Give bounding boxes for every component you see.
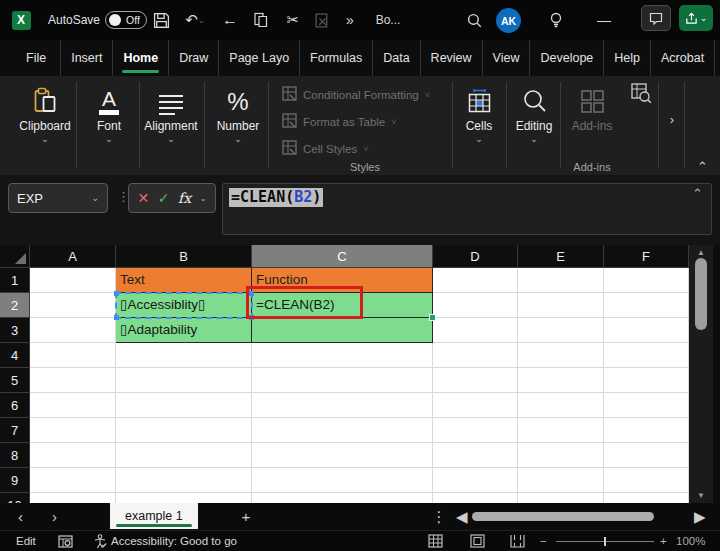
select-all-corner[interactable] bbox=[0, 245, 30, 268]
cell-F1[interactable] bbox=[604, 268, 689, 293]
cell-C8[interactable] bbox=[252, 443, 433, 468]
cell-E8[interactable] bbox=[518, 443, 604, 468]
cell-C9[interactable] bbox=[252, 468, 433, 493]
zoom-in-icon[interactable]: + bbox=[660, 531, 667, 551]
tab-insert[interactable]: Insert bbox=[61, 40, 113, 76]
cell-A5[interactable] bbox=[30, 368, 116, 393]
cell-C4[interactable] bbox=[252, 343, 433, 368]
cell-A2[interactable] bbox=[30, 293, 116, 318]
row-header-2[interactable]: 2 bbox=[0, 293, 30, 318]
collapse-formula-bar-icon[interactable]: ⌃ bbox=[692, 186, 703, 201]
group-clipboard[interactable]: Clipboard⌄ bbox=[15, 83, 75, 143]
column-header-C[interactable]: C bbox=[252, 245, 433, 268]
column-header-A[interactable]: A bbox=[30, 245, 116, 268]
tab-develope[interactable]: Develope bbox=[530, 40, 604, 76]
tab-page-layo[interactable]: Page Layo bbox=[219, 40, 300, 76]
cell-C1[interactable]: Function bbox=[252, 268, 433, 293]
row-header-4[interactable]: 4 bbox=[0, 343, 30, 368]
cell-C10[interactable] bbox=[252, 493, 433, 503]
cell-B6[interactable] bbox=[116, 393, 252, 418]
cell-D6[interactable] bbox=[433, 393, 518, 418]
cell-D9[interactable] bbox=[433, 468, 518, 493]
cell-F5[interactable] bbox=[604, 368, 689, 393]
row-header-3[interactable]: 3 bbox=[0, 318, 30, 343]
macro-record-icon[interactable] bbox=[58, 531, 73, 551]
cell-A3[interactable] bbox=[30, 318, 116, 343]
row-header-5[interactable]: 5 bbox=[0, 368, 30, 393]
hscroll-right-icon[interactable]: ▶ bbox=[694, 503, 706, 530]
group-font[interactable]: AFont⌄ bbox=[79, 83, 139, 143]
cell-F7[interactable] bbox=[604, 418, 689, 443]
confirm-entry-icon[interactable]: ✓ bbox=[158, 190, 170, 206]
cell-D7[interactable] bbox=[433, 418, 518, 443]
cell-A4[interactable] bbox=[30, 343, 116, 368]
row-header-8[interactable]: 8 bbox=[0, 443, 30, 468]
cell-B3[interactable]: ▯Adaptability bbox=[116, 318, 252, 343]
cell-C2[interactable]: =CLEAN(B2) bbox=[252, 293, 433, 318]
name-box[interactable]: EXP ⌄ bbox=[8, 183, 108, 213]
collapse-ribbon-icon[interactable]: ⌃ bbox=[697, 159, 708, 174]
accessibility-status[interactable]: Accessibility: Good to go bbox=[111, 531, 237, 551]
prev-sheet-icon[interactable]: ‹ bbox=[18, 503, 23, 530]
row-header-1[interactable]: 1 bbox=[0, 268, 30, 293]
cell-F10[interactable] bbox=[604, 493, 689, 503]
cell-F2[interactable] bbox=[604, 293, 689, 318]
name-box-chevron-icon[interactable]: ⌄ bbox=[91, 193, 99, 203]
page-layout-view-icon[interactable] bbox=[470, 531, 485, 551]
cell-E5[interactable] bbox=[518, 368, 604, 393]
comments-button[interactable] bbox=[641, 5, 671, 31]
vertical-scroll-thumb[interactable] bbox=[695, 258, 707, 330]
cell-F9[interactable] bbox=[604, 468, 689, 493]
cell-E10[interactable] bbox=[518, 493, 604, 503]
cell-B9[interactable] bbox=[116, 468, 252, 493]
tab-acrobat[interactable]: Acrobat bbox=[651, 40, 715, 76]
cell-D10[interactable] bbox=[433, 493, 518, 503]
column-header-D[interactable]: D bbox=[433, 245, 518, 268]
cancel-entry-icon[interactable]: ✕ bbox=[138, 190, 150, 206]
cell-E4[interactable] bbox=[518, 343, 604, 368]
cell-F3[interactable] bbox=[604, 318, 689, 343]
group-number[interactable]: %Number⌄ bbox=[208, 83, 268, 143]
cell-A9[interactable] bbox=[30, 468, 116, 493]
cell-B7[interactable] bbox=[116, 418, 252, 443]
cell-D8[interactable] bbox=[433, 443, 518, 468]
cell-C5[interactable] bbox=[252, 368, 433, 393]
cell-A6[interactable] bbox=[30, 393, 116, 418]
cell-D3[interactable] bbox=[433, 318, 518, 343]
add-sheet-icon[interactable]: + bbox=[236, 503, 256, 530]
cell-E2[interactable] bbox=[518, 293, 604, 318]
scroll-down-icon[interactable]: ▼ bbox=[689, 491, 713, 500]
next-sheet-icon[interactable]: › bbox=[52, 503, 57, 530]
tab-file[interactable]: File bbox=[12, 40, 61, 76]
back-arrow-icon[interactable]: ← bbox=[218, 0, 242, 40]
copy-icon[interactable] bbox=[250, 0, 272, 40]
tab-home[interactable]: Home bbox=[113, 40, 169, 76]
insert-function-icon[interactable]: fx bbox=[178, 190, 191, 206]
column-header-B[interactable]: B bbox=[116, 245, 252, 268]
sheet-options-icon[interactable]: ⋮ bbox=[432, 503, 446, 530]
row-header-7[interactable]: 7 bbox=[0, 418, 30, 443]
cell-F6[interactable] bbox=[604, 393, 689, 418]
formula-input[interactable]: =CLEAN(B2) ⌃ bbox=[222, 183, 712, 235]
row-header-10[interactable]: 10 bbox=[0, 493, 30, 503]
excel-labs-icon[interactable] bbox=[630, 82, 653, 109]
tab-data[interactable]: Data bbox=[373, 40, 420, 76]
cell-A1[interactable] bbox=[30, 268, 116, 293]
cell-B10[interactable] bbox=[116, 493, 252, 503]
group-alignment[interactable]: Alignment⌄ bbox=[141, 83, 201, 143]
scroll-up-icon[interactable]: ▲ bbox=[689, 248, 713, 257]
cell-D5[interactable] bbox=[433, 368, 518, 393]
undo-icon[interactable]: ↶⌄ bbox=[182, 0, 208, 40]
cut-icon[interactable]: ✂ bbox=[282, 0, 304, 40]
cell-B1[interactable]: Text bbox=[116, 268, 252, 293]
tab-formulas[interactable]: Formulas bbox=[300, 40, 373, 76]
hscroll-left-icon[interactable]: ◀ bbox=[456, 503, 468, 530]
sheet-tab-example1[interactable]: example 1 bbox=[110, 503, 198, 529]
cell-E9[interactable] bbox=[518, 468, 604, 493]
autosave-toggle[interactable]: Off bbox=[105, 11, 147, 29]
document-title[interactable]: Bo... bbox=[368, 0, 408, 40]
cell-C6[interactable] bbox=[252, 393, 433, 418]
row-header-9[interactable]: 9 bbox=[0, 468, 30, 493]
minimize-button[interactable]: — bbox=[590, 0, 618, 40]
tab-help[interactable]: Help bbox=[604, 40, 651, 76]
